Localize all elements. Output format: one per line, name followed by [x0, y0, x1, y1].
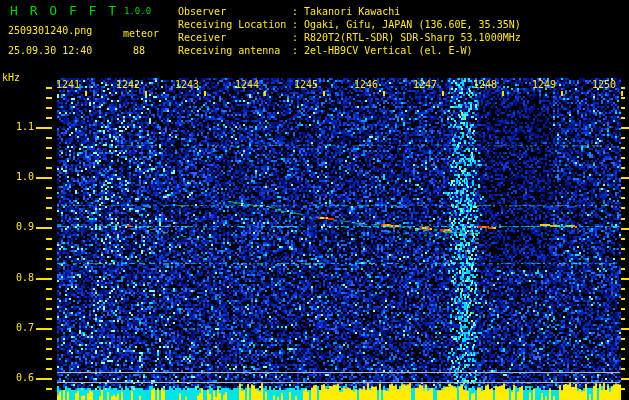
- capture-mode: meteor: [123, 28, 159, 39]
- station-value: R820T2(RTL-SDR) SDR-Sharp 53.1000MHz: [304, 32, 521, 45]
- station-row: Receiving antenna:2el-HB9CV Vertical (el…: [178, 45, 521, 58]
- station-value: Takanori Kawachi: [304, 6, 400, 19]
- freq-tick-label: 0.9: [0, 221, 34, 232]
- freq-tick-label: 0.6: [0, 372, 34, 383]
- khz-axis-label: kHz: [2, 72, 20, 83]
- app-version: 1.0.0: [124, 6, 151, 16]
- capture-datetime: 25.09.30 12:40: [8, 45, 92, 56]
- time-tick-label: 1245: [294, 79, 318, 90]
- station-info: Observer:Takanori Kawachi Receiving Loca…: [178, 6, 521, 58]
- time-tick-label: 1242: [116, 79, 140, 90]
- freq-tick-label: 1.1: [0, 121, 34, 132]
- station-label: Receiver: [178, 32, 292, 45]
- time-tick-label: 1247: [413, 79, 437, 90]
- station-separator: :: [292, 19, 304, 32]
- station-value: Ogaki, Gifu, JAPAN (136.60E, 35.35N): [304, 19, 521, 32]
- time-tick-label: 1241: [56, 79, 80, 90]
- time-tick-label: 1249: [532, 79, 556, 90]
- freq-tick-label: 0.8: [0, 272, 34, 283]
- hrofft-screen: H R O F F T 1.0.0 2509301240.png meteor …: [0, 0, 629, 400]
- time-tick-label: 1243: [175, 79, 199, 90]
- station-row: Observer:Takanori Kawachi: [178, 6, 521, 19]
- time-tick-label: 1250: [592, 79, 616, 90]
- echo-count: 88: [133, 45, 145, 56]
- station-separator: :: [292, 6, 304, 19]
- freq-tick-label: 1.0: [0, 171, 34, 182]
- spectrogram-canvas: [0, 0, 629, 400]
- app-title: H R O F F T: [10, 3, 118, 18]
- station-value: 2el-HB9CV Vertical (el. E-W): [304, 45, 473, 58]
- station-row: Receiver:R820T2(RTL-SDR) SDR-Sharp 53.10…: [178, 32, 521, 45]
- freq-tick-label: 0.7: [0, 322, 34, 333]
- station-separator: :: [292, 32, 304, 45]
- time-tick-label: 1248: [473, 79, 497, 90]
- station-separator: :: [292, 45, 304, 58]
- station-label: Receiving Location: [178, 19, 292, 32]
- capture-filename: 2509301240.png: [8, 25, 92, 36]
- station-label: Observer: [178, 6, 292, 19]
- station-label: Receiving antenna: [178, 45, 292, 58]
- station-row: Receiving Location:Ogaki, Gifu, JAPAN (1…: [178, 19, 521, 32]
- time-tick-label: 1246: [354, 79, 378, 90]
- time-tick-label: 1244: [235, 79, 259, 90]
